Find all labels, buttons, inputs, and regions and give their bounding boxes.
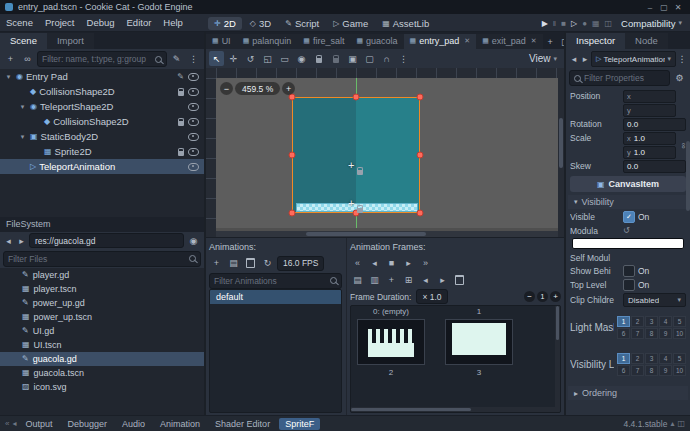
scroll-panel-left-icon[interactable]: ◂ [12,419,16,428]
visibility-eye-icon[interactable] [188,88,199,96]
loop-animation-button[interactable]: ↻ [260,256,275,271]
add-frames-from-sheet-button[interactable]: ⊞ [401,272,416,287]
attach-script-button[interactable]: ✎ [169,52,184,67]
pin-bottom-panel-icon[interactable]: ◫ [677,419,685,428]
ruler-tool-button[interactable]: ▭ [277,51,292,66]
visibility-eye-icon[interactable] [188,103,199,111]
inspector-menu-button[interactable]: ⋮ [677,52,687,67]
node-origin-gizmo[interactable]: + [348,199,354,207]
expand-arrow-icon[interactable]: ▾ [4,73,13,81]
frames-horizontal-scrollbar[interactable] [351,407,555,412]
clip-children-dropdown[interactable]: Disabled ▾ [623,293,686,307]
tab-inspector[interactable]: Inspector [566,33,625,49]
expand-arrow-icon[interactable]: ▾ [18,103,27,111]
show-behind-checkbox[interactable] [623,265,635,277]
property-filter-input[interactable] [584,73,665,83]
snap-toggle-button[interactable]: ∩ [379,51,394,66]
menu-editor[interactable]: Editor [121,17,158,28]
move-tool-button[interactable]: ✛ [226,51,241,66]
play-button[interactable]: ▶ [542,19,548,28]
layer-cell[interactable]: 9 [659,328,672,339]
lock-icon[interactable] [178,121,184,126]
pick-tool-button[interactable]: ◉ [294,51,309,66]
bottom-panel-tab-shader-editor[interactable]: Shader Editor [209,418,276,430]
frames-zoom-in-button[interactable]: + [550,291,561,302]
file-guacola-gd[interactable]: ✎guacola.gd [0,352,204,366]
scene-tab-fire-salt[interactable]: ▦fire_salt [297,34,350,49]
layer-cell[interactable]: 6 [617,365,630,376]
view-menu-button[interactable]: View ▾ [525,53,561,64]
tab-scene[interactable]: Scene [0,33,47,49]
zoom-level[interactable]: 459.5 % [235,82,280,95]
zoom-out-button[interactable]: − [220,82,233,95]
file-icon-svg[interactable]: ▨icon.svg [0,380,204,394]
selection-handle[interactable] [417,152,424,159]
tree-node-entry-pad[interactable]: ▾ ◉ Entry Pad ✎ [0,69,204,84]
frame-thumbnail-3[interactable] [445,319,513,365]
copy-frame-button[interactable]: ▤ [350,272,365,287]
fs-focus-button[interactable]: ◉ [186,233,201,248]
expand-arrow-icon[interactable]: ▾ [18,133,27,141]
play-backwards-from-end-button[interactable]: « [350,255,365,270]
minimize-button[interactable]: – [643,3,657,12]
bottom-panel-tab-debugger[interactable]: Debugger [62,418,114,430]
inspector-options-button[interactable]: ⚙ [672,71,687,86]
visibility-eye-icon[interactable] [188,73,199,81]
menu-project[interactable]: Project [39,17,81,28]
tree-node-sprite2d[interactable]: ▦ Sprite2D [0,144,204,159]
layer-cell[interactable]: 5 [673,353,686,364]
file-guacola-tscn[interactable]: ▦guacola.tscn [0,366,204,380]
inspector-scrollbar[interactable] [686,127,690,413]
renderer-select[interactable]: Compatibility ▾ [617,17,686,30]
canvas-vertical-scrollbar[interactable] [558,78,564,237]
frames-vertical-scrollbar[interactable] [555,306,560,412]
layer-cell[interactable]: 3 [645,316,658,327]
tab-import[interactable]: Import [47,33,94,49]
fs-forward-button[interactable]: ▸ [16,233,27,248]
layer-cell[interactable]: 7 [631,328,644,339]
fps-spinbox[interactable]: 16.0 FPS [277,256,324,271]
file-ui-tscn[interactable]: ▦UI.tscn [0,338,204,352]
fs-back-button[interactable]: ◂ [3,233,14,248]
frame-thumbnail-2[interactable] [357,319,425,365]
workspace-tab-script[interactable]: ✎ Script [279,17,325,30]
file-ui-gd[interactable]: ✎UI.gd [0,324,204,338]
history-forward-button[interactable]: ▸ [580,52,590,67]
bottom-panel-tab-audio[interactable]: Audio [116,418,151,430]
canvas-content[interactable]: + + − 459.5 % + [216,78,558,237]
close-tab-icon[interactable]: ✕ [531,37,537,45]
group-button[interactable]: ▣ [345,51,360,66]
scale-x-field[interactable]: x1.0 [623,132,676,145]
maximize-button[interactable]: ▢ [657,3,671,12]
snap-options-button[interactable]: ⋮ [396,51,411,66]
animation-item-default[interactable]: default [210,290,341,304]
visibility-eye-icon[interactable] [188,163,199,171]
lock-icon[interactable] [178,151,184,156]
pause-button[interactable]: ‖ [553,19,556,28]
instance-scene-button[interactable]: ∞ [20,52,35,67]
frames-grid[interactable]: 0: (empty) 1 2 3 [350,305,561,413]
add-scene-tab-button[interactable]: + [543,34,558,49]
layer-cell[interactable]: 2 [631,316,644,327]
movie-writer-button[interactable]: ● [582,19,587,28]
selection-handle[interactable] [417,94,424,101]
file-power-up-gd[interactable]: ✎power_up.gd [0,296,204,310]
position-y-field[interactable]: y [623,104,676,117]
tree-node-collisionshape2d-2[interactable]: ◆ CollisionShape2D [0,114,204,129]
history-back-button[interactable]: ◂ [569,52,579,67]
file-player-tscn[interactable]: ▦player.tscn [0,282,204,296]
layer-cell[interactable]: 4 [659,353,672,364]
revert-icon[interactable]: ↺ [623,226,630,235]
category-canvasitem[interactable]: ▣ CanvasItem [570,176,686,192]
select-tool-button[interactable]: ↖ [209,51,224,66]
tree-node-teleportanimation[interactable]: ▷ TeleportAnimation [0,159,204,174]
delete-animation-button[interactable] [243,256,258,271]
add-animation-button[interactable]: + [209,256,224,271]
expand-viewport-button[interactable]: ◳ [558,34,564,49]
section-visibility[interactable]: ▾ Visibility [568,195,688,209]
layer-cell[interactable]: 6 [617,328,630,339]
section-ordering[interactable]: ▸ Ordering [568,386,688,400]
top-level-checkbox[interactable] [623,279,635,291]
bottom-panel-tab-spriteframes[interactable]: SpriteF [279,418,320,430]
layer-cell[interactable]: 8 [645,328,658,339]
